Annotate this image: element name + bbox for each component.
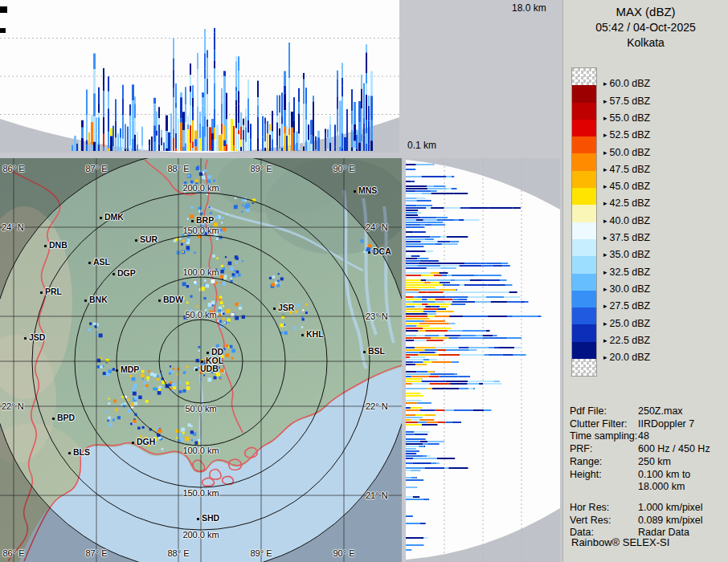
metadata-value: IIRDoppler 7: [638, 418, 694, 431]
city-dot-icon: [201, 360, 203, 363]
city-label: DCA: [373, 246, 391, 256]
city-dot-icon: [68, 452, 71, 454]
metadata-row: Clutter Filter:IIRDoppler 7: [570, 418, 725, 431]
side-cross-section-panel: [406, 158, 560, 562]
map-labels: 86° E86° E87° E87° E88° E88° E89° E89° E…: [0, 158, 402, 562]
metadata-label: Pdf File:: [570, 405, 638, 418]
legend-tick-icon: ▸: [603, 320, 607, 328]
legend-checker-block: [572, 359, 596, 376]
city-label: JSR: [278, 303, 294, 312]
legend-tick-icon: ▸: [603, 353, 607, 361]
legend-value-label: ▸25.0 dBZ: [603, 318, 650, 329]
city-label: DGH: [137, 437, 155, 446]
legend-color-block: [572, 85, 596, 102]
echo-side-bars: [406, 164, 542, 551]
legend-tick-icon: ▸: [603, 114, 607, 122]
city-dot-icon: [135, 239, 137, 242]
lat-label: 22° N: [2, 401, 24, 411]
height-axis-max-label: 18.0 km: [512, 2, 546, 14]
legend-tick-icon: ▸: [603, 199, 607, 207]
legend-tick-icon: ▸: [603, 268, 607, 276]
city-label: BRP: [196, 215, 214, 225]
scale-tick: [0, 6, 7, 13]
city-label: JSD: [29, 332, 45, 342]
range-ring-label: 50.0 km: [185, 310, 216, 320]
product-title: MAX (dBZ): [563, 5, 728, 18]
city-dot-icon: [191, 220, 194, 222]
range-ring-label: 200.0 km: [182, 183, 219, 193]
city-label: BNK: [89, 295, 108, 304]
lat-label: 24° N: [366, 222, 388, 232]
legend-value-label: ▸55.0 dBZ: [603, 112, 650, 124]
metadata-label: [570, 481, 638, 494]
city-label: ASL: [93, 257, 110, 267]
legend-color-block: [572, 120, 596, 136]
legend-color-block: [572, 205, 596, 222]
legend-tick-icon: ▸: [603, 336, 607, 344]
top-cross-section-panel: [0, 0, 399, 153]
legend-value-label: ▸47.5 dBZ: [603, 164, 650, 175]
metadata-value: 0.089 km/pixel: [638, 515, 703, 527]
side-cross-section-plot: [406, 158, 560, 562]
lon-label: 86° E: [2, 548, 24, 558]
city-label: DNB: [49, 240, 67, 250]
legend-value-label: ▸35.0 dBZ: [603, 249, 650, 260]
lon-label: 86° E: [2, 164, 24, 173]
city-dot-icon: [273, 307, 276, 310]
metadata-row: Pdf File:250Z.max: [570, 405, 725, 418]
city-label: SHD: [202, 513, 219, 523]
city-label: SUR: [140, 234, 157, 244]
scale-tick: [0, 28, 6, 33]
lon-label: 89° E: [250, 548, 272, 558]
legend-value-label: ▸27.5 dBZ: [603, 300, 650, 312]
legend-tick-icon: ▸: [603, 149, 607, 157]
legend-value-label: ▸42.5 dBZ: [603, 198, 650, 209]
lon-label: 90° E: [333, 164, 354, 173]
city-dot-icon: [52, 417, 55, 420]
legend-tick-icon: ▸: [603, 97, 607, 105]
legend-value-label: ▸45.0 dBZ: [603, 181, 650, 192]
city-label: UDB: [200, 364, 219, 373]
legend-color-block: [572, 324, 596, 341]
metadata-label: Time sampling:: [570, 430, 638, 443]
lon-label: 89° E: [250, 164, 272, 173]
legend-value-label: ▸37.5 dBZ: [603, 232, 650, 243]
city-label: MDP: [121, 364, 139, 374]
legend-tick-icon: ▸: [603, 217, 607, 225]
city-dot-icon: [24, 337, 27, 340]
city-dot-icon: [363, 351, 366, 353]
legend-tick-icon: ▸: [603, 182, 607, 190]
top-cross-section-plot: [0, 0, 399, 153]
metadata-table: Pdf File:250Z.maxClutter Filter:IIRDoppl…: [570, 405, 725, 540]
legend-tick-icon: ▸: [603, 285, 607, 293]
city-label: DMK: [104, 212, 124, 222]
software-brand: Rainbow® SELEX-SI: [571, 536, 669, 548]
city-dot-icon: [88, 262, 91, 264]
legend-value-label: ▸40.0 dBZ: [603, 215, 650, 226]
lat-label: 21° N: [366, 491, 388, 500]
metadata-label: Height:: [570, 469, 638, 482]
legend-tick-icon: ▸: [603, 131, 607, 139]
legend-color-block: [572, 188, 596, 205]
height-axis-min-label: 0.1 km: [407, 140, 436, 151]
city-label: PRL: [45, 287, 62, 296]
metadata-row: Time sampling:48: [570, 430, 725, 443]
metadata-value: 600 Hz / 450 Hz: [638, 443, 710, 456]
metadata-value: 250 km: [638, 456, 671, 469]
metadata-row: Vert Res:0.089 km/pixel: [570, 515, 725, 527]
legend-tick-icon: ▸: [603, 250, 607, 259]
legend-color-block: [572, 307, 596, 324]
metadata-row: Height:0.100 km to: [570, 469, 725, 482]
legend-value-label: ▸57.5 dBZ: [603, 96, 650, 107]
lat-label: 24° N: [2, 222, 24, 232]
city-dot-icon: [44, 245, 47, 247]
echo-top-bars: [72, 28, 373, 151]
legend-value-label: ▸32.5 dBZ: [603, 267, 650, 278]
range-ring-label: 200.0 km: [182, 530, 219, 540]
city-dot-icon: [158, 299, 161, 302]
city-label: BDW: [163, 295, 183, 304]
metadata-value: 48: [638, 430, 649, 443]
legend-color-block: [572, 103, 596, 120]
legend-value-label: ▸52.5 dBZ: [603, 129, 650, 140]
legend-color-block: [572, 239, 596, 256]
